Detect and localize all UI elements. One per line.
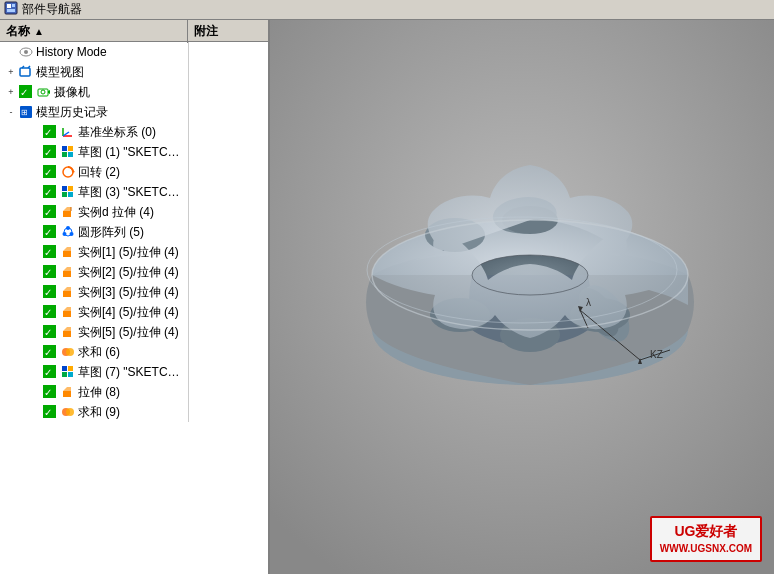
tree-item-camera[interactable]: + ✓ 摄像机 (0, 82, 268, 102)
svg-rect-26 (68, 152, 73, 157)
tree-item-union6[interactable]: ✓ 求和 (6) (0, 342, 268, 362)
tree-item-inst3[interactable]: ✓ 实例[3] (5)/拉伸 (4) (0, 282, 268, 302)
inst2-label: 实例[2] (5)/拉伸 (4) (78, 264, 188, 281)
union9-annot (188, 402, 268, 422)
expand-btn-extrude8 (28, 385, 42, 399)
sketch3-label: 草图 (3) "SKETCH_0... (78, 184, 188, 201)
3d-model-svg: KZ λ (270, 20, 774, 574)
tree-item-pattern5[interactable]: ✓ 圆形阵列 (5) (0, 222, 268, 242)
3d-viewport[interactable]: KZ λ UG爱好者 WWW.UGSNX.COM (270, 20, 774, 574)
tree-item-extrude8[interactable]: ✓ 拉伸 (8) (0, 382, 268, 402)
expand-btn-inst1 (28, 245, 42, 259)
left-panel: 名称 ▲ 附注 History Mode + (0, 20, 270, 574)
tree-item-revolve[interactable]: ✓ 回转 (2) (0, 162, 268, 182)
sketch7-check-icon: ✓ (42, 364, 58, 380)
svg-text:✓: ✓ (44, 207, 52, 218)
watermark-line2: WWW.UGSNX.COM (660, 542, 752, 556)
inst3-icon (60, 284, 76, 300)
tree-item-sketch7[interactable]: ✓ 草图 (7) "SKETCH_0... (0, 362, 268, 382)
title-bar-text: 部件导航器 (22, 1, 82, 18)
svg-rect-34 (68, 186, 73, 191)
expand-btn-model-view[interactable]: + (4, 65, 18, 79)
watermark-line1: UG爱好者 (660, 522, 752, 542)
tree-item-extrude4[interactable]: ✓ 实例d 拉伸 (4) (0, 202, 268, 222)
union6-annot (188, 342, 268, 362)
camera-check-icon: ✓ (18, 84, 34, 100)
tree-item-datum[interactable]: ✓ 基准坐标系 (0) (0, 122, 268, 142)
svg-text:✓: ✓ (44, 267, 52, 278)
extrude4-check-icon: ✓ (42, 204, 58, 220)
tree-item-inst1[interactable]: ✓ 实例[1] (5)/拉伸 (4) (0, 242, 268, 262)
pattern5-icon (60, 224, 76, 240)
svg-rect-66 (63, 331, 71, 337)
svg-rect-62 (63, 311, 71, 317)
pattern5-annot (188, 222, 268, 242)
svg-text:✓: ✓ (44, 327, 52, 338)
svg-text:✓: ✓ (44, 147, 52, 158)
datum-label: 基准坐标系 (0) (78, 124, 188, 141)
expand-btn-history[interactable]: - (4, 105, 18, 119)
model-history-icon: ⊞ (18, 104, 34, 120)
tree-item-inst5[interactable]: ✓ 实例[5] (5)/拉伸 (4) (0, 322, 268, 342)
svg-point-71 (66, 348, 74, 356)
svg-rect-50 (63, 251, 71, 257)
sketch3-icon (60, 184, 76, 200)
tree-item-sketch1[interactable]: ✓ 草图 (1) "SKETCH_0... (0, 142, 268, 162)
tree-item-model-history[interactable]: - ⊞ 模型历史记录 (0, 102, 268, 122)
svg-text:⊞: ⊞ (21, 108, 28, 117)
expand-btn-datum (28, 125, 42, 139)
svg-point-46 (70, 232, 74, 236)
svg-rect-58 (63, 291, 71, 297)
nav-header: 名称 ▲ 附注 (0, 20, 268, 42)
extrude8-label: 拉伸 (8) (78, 384, 188, 401)
tree-item-sketch3[interactable]: ✓ 草图 (3) "SKETCH_0... (0, 182, 268, 202)
extrude8-annot (188, 382, 268, 402)
inst2-annot (188, 262, 268, 282)
model-view-annot (188, 62, 268, 82)
inst5-check-icon: ✓ (42, 324, 58, 340)
camera-icon (36, 84, 52, 100)
sketch7-label: 草图 (7) "SKETCH_0... (78, 364, 188, 381)
inst5-annot (188, 322, 268, 342)
svg-marker-55 (63, 267, 71, 271)
tree-item-model-view[interactable]: + 模型视图 (0, 62, 268, 82)
svg-rect-24 (68, 146, 73, 151)
svg-rect-3 (7, 9, 15, 12)
tree-item-inst2[interactable]: ✓ 实例[2] (5)/拉伸 (4) (0, 262, 268, 282)
datum-check-icon: ✓ (42, 124, 58, 140)
expand-btn-camera[interactable]: + (4, 85, 18, 99)
inst4-icon (60, 304, 76, 320)
svg-rect-36 (68, 192, 73, 197)
extrude4-icon (60, 204, 76, 220)
svg-rect-33 (62, 186, 67, 191)
model-history-annot (188, 102, 268, 122)
svg-text:✓: ✓ (44, 187, 52, 198)
svg-point-45 (66, 226, 70, 230)
expand-btn-revolve (28, 165, 42, 179)
svg-point-5 (24, 50, 28, 54)
union6-icon (60, 344, 76, 360)
expand-btn[interactable] (4, 45, 18, 59)
svg-point-47 (63, 232, 67, 236)
expand-btn-inst5 (28, 325, 42, 339)
svg-rect-80 (63, 391, 71, 397)
svg-rect-39 (63, 211, 71, 217)
nav-tree[interactable]: History Mode + 模型视图 + ✓ (0, 42, 268, 574)
title-bar: 部件导航器 (0, 0, 774, 20)
tree-item-inst4[interactable]: ✓ 实例[4] (5)/拉伸 (4) (0, 302, 268, 322)
history-mode-annot (188, 42, 268, 62)
expand-btn-sketch7 (28, 365, 42, 379)
svg-marker-67 (63, 327, 71, 331)
svg-text:✓: ✓ (44, 307, 52, 318)
watermark: UG爱好者 WWW.UGSNX.COM (650, 516, 762, 562)
sketch1-icon (60, 144, 76, 160)
inst4-annot (188, 302, 268, 322)
col-header-annot: 附注 (188, 20, 268, 43)
tree-item-union9[interactable]: ✓ 求和 (9) (0, 402, 268, 422)
union9-icon (60, 404, 76, 420)
tree-item-history-mode[interactable]: History Mode (0, 42, 268, 62)
svg-rect-77 (68, 372, 73, 377)
expand-btn-sketch1 (28, 145, 42, 159)
col-header-name[interactable]: 名称 ▲ (0, 20, 188, 43)
svg-rect-76 (62, 372, 67, 377)
